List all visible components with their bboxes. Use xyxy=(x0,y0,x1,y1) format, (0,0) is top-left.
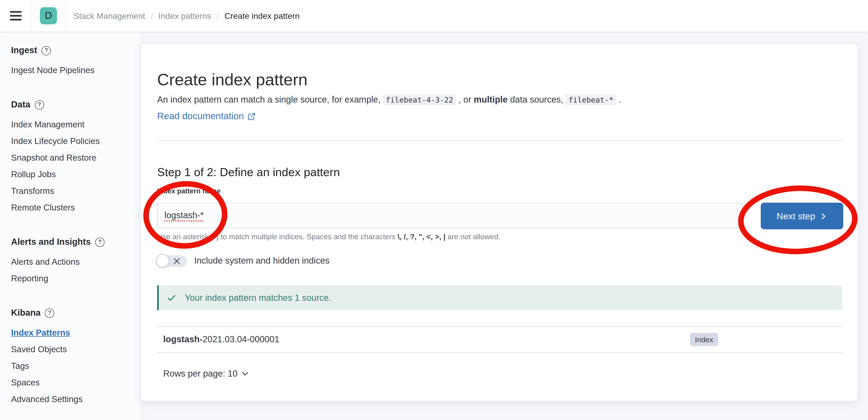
menu-button[interactable] xyxy=(0,0,31,31)
index-type-badge: Index xyxy=(690,333,718,346)
toggle-thumb xyxy=(156,254,169,267)
index-pattern-name-input[interactable]: logstash-* xyxy=(157,203,743,228)
help-icon[interactable]: ? xyxy=(95,237,105,247)
breadcrumb-stack-management[interactable]: Stack Management xyxy=(74,11,145,21)
sidebar-section-title: Kibana xyxy=(11,307,40,318)
success-callout-message: Your index pattern matches 1 source. xyxy=(185,292,331,303)
include-hidden-indices-label: Include system and hidden indices xyxy=(194,256,330,266)
index-pattern-name-label: Index pattern name xyxy=(157,187,221,195)
sidebar-item-ingest-node-pipelines[interactable]: Ingest Node Pipelines xyxy=(11,62,140,79)
space-avatar[interactable]: D xyxy=(40,7,57,25)
page-title: Create index pattern xyxy=(157,71,308,89)
app-header: D Stack Management / Index patterns / Cr… xyxy=(0,0,868,32)
helper-part: are not allowed. xyxy=(445,232,500,241)
description-part: data sources, xyxy=(508,95,566,104)
helper-forbidden-chars: \, /, ?, ", <, >, | xyxy=(398,232,445,241)
table-border-bottom xyxy=(157,352,842,353)
sidebar-item-rollup-jobs[interactable]: Rollup Jobs xyxy=(11,166,140,183)
chevron-down-icon xyxy=(242,370,249,378)
help-icon[interactable]: ? xyxy=(41,46,51,55)
external-link-icon xyxy=(247,112,256,120)
sidebar-section-alerts-and-insights: Alerts and Insights ? Alerts and Actions… xyxy=(11,236,140,287)
description-part: . xyxy=(616,95,621,104)
description-text: An index pattern can match a single sour… xyxy=(157,92,621,107)
sidebar-item-spaces[interactable]: Spaces xyxy=(11,374,140,391)
sidebar-item-index-patterns[interactable]: Index Patterns xyxy=(11,325,140,341)
index-name-matched-part: logstash- xyxy=(163,335,203,344)
index-pattern-input-value: logstash-* xyxy=(164,211,204,220)
next-step-button-label: Next step xyxy=(777,211,815,221)
sidebar-item-saved-objects[interactable]: Saved Objects xyxy=(11,341,140,358)
sidebar-section-kibana: Kibana ? Index Patterns Saved Objects Ta… xyxy=(11,307,140,408)
chevron-right-icon xyxy=(820,213,828,220)
breadcrumb: Stack Management / Index patterns / Crea… xyxy=(74,11,300,21)
breadcrumb-separator: / xyxy=(151,11,153,21)
section-divider xyxy=(157,140,842,141)
next-step-button[interactable]: Next step xyxy=(761,203,843,229)
description-part: An index pattern can match a single sour… xyxy=(157,95,383,104)
sidebar-item-alerts-and-actions[interactable]: Alerts and Actions xyxy=(11,254,140,270)
sidebar-item-snapshot-and-restore[interactable]: Snapshot and Restore xyxy=(11,149,140,166)
helper-part: Use an asterisk (*) to match multiple in… xyxy=(157,232,398,241)
input-helper-text: Use an asterisk (*) to match multiple in… xyxy=(157,232,500,241)
sidebar-section-title: Data xyxy=(11,99,30,110)
include-hidden-indices-toggle[interactable] xyxy=(157,255,187,267)
help-icon[interactable]: ? xyxy=(45,308,55,318)
description-bold: multiple xyxy=(474,95,507,104)
breadcrumb-current-page: Create index pattern xyxy=(224,11,300,21)
management-sidebar: Ingest ? Ingest Node Pipelines Data ? In… xyxy=(11,45,140,420)
table-row: logstash-2021.03.04-000001 xyxy=(163,327,280,352)
rows-per-page-dropdown[interactable]: Rows per page: 10 xyxy=(163,369,249,379)
create-index-pattern-panel: Create index pattern An index pattern ca… xyxy=(140,43,858,401)
code-example-wildcard: filebeat-* xyxy=(566,94,616,105)
breadcrumb-index-patterns[interactable]: Index patterns xyxy=(158,11,211,21)
sidebar-section-ingest: Ingest ? Ingest Node Pipelines xyxy=(11,45,140,79)
check-icon xyxy=(167,292,177,303)
success-callout: Your index pattern matches 1 source. xyxy=(157,285,842,310)
sidebar-item-transforms[interactable]: Transforms xyxy=(11,183,140,199)
read-documentation-link[interactable]: Read documentation xyxy=(157,111,256,122)
sidebar-item-index-management[interactable]: Index Management xyxy=(11,116,140,133)
description-part: , or xyxy=(456,95,474,104)
sidebar-item-tags[interactable]: Tags xyxy=(11,358,140,374)
include-hidden-indices-row: Include system and hidden indices xyxy=(157,253,330,269)
sidebar-section-data: Data ? Index Management Index Lifecycle … xyxy=(11,99,140,216)
sidebar-item-advanced-settings[interactable]: Advanced Settings xyxy=(11,391,140,408)
code-example-single: filebeat-4-3-22 xyxy=(383,94,456,105)
sidebar-item-index-lifecycle-policies[interactable]: Index Lifecycle Policies xyxy=(11,133,140,149)
hamburger-menu-icon xyxy=(10,11,22,21)
step-heading: Step 1 of 2: Define an index pattern xyxy=(157,166,340,179)
read-documentation-label: Read documentation xyxy=(157,111,244,122)
cross-icon xyxy=(173,257,181,265)
header-divider xyxy=(31,0,32,32)
sidebar-item-reporting[interactable]: Reporting xyxy=(11,270,140,287)
index-name-rest: 2021.03.04-000001 xyxy=(203,335,279,344)
breadcrumb-separator: / xyxy=(217,11,219,21)
sidebar-section-title: Alerts and Insights xyxy=(11,236,91,248)
sidebar-item-remote-clusters[interactable]: Remote Clusters xyxy=(11,199,140,216)
rows-per-page-label: Rows per page: 10 xyxy=(163,369,238,379)
sidebar-section-title: Ingest xyxy=(11,45,37,56)
header-divider xyxy=(65,0,66,32)
kibana-create-index-pattern-page: D Stack Management / Index patterns / Cr… xyxy=(0,0,868,420)
help-icon[interactable]: ? xyxy=(35,100,44,109)
